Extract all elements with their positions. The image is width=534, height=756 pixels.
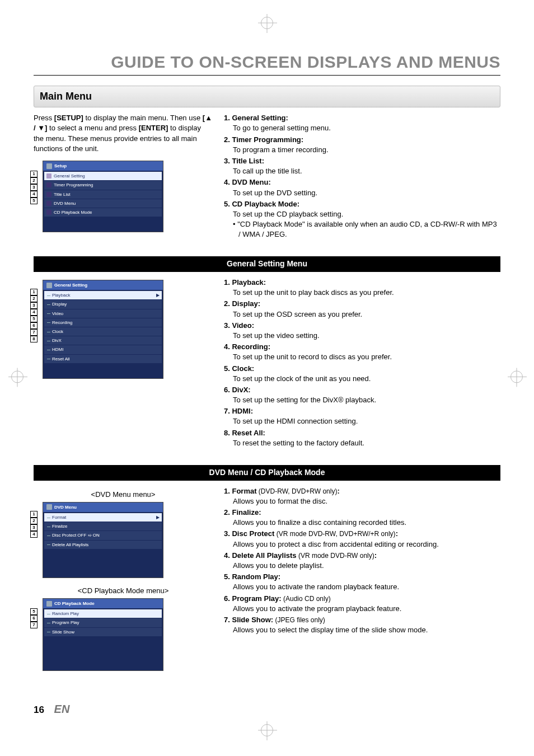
callout-num: 6 <box>30 615 38 622</box>
callout-num: 4 <box>30 531 38 538</box>
osd-item: Display <box>52 301 67 307</box>
def-num: 2. <box>224 299 230 308</box>
caption-dvd-menu: <DVD Menu menu> <box>34 490 213 500</box>
callout-num: 3 <box>30 524 38 531</box>
def-desc: Allows you to delete playlist. <box>233 561 500 571</box>
def-label: Video: <box>232 321 254 330</box>
page-language: EN <box>54 703 70 715</box>
chevron-right-icon: ▶ <box>156 514 160 520</box>
def-num: 1. <box>224 487 230 495</box>
def-extra: (Audio CD only) <box>282 595 331 603</box>
osd-screenshot-general-setting: 1 2 3 4 5 6 7 8 General Setting Playback… <box>43 280 213 379</box>
osd-item: Playback <box>52 292 70 298</box>
osd-title-text: DVD Menu <box>54 504 77 510</box>
osd-item: DVD Menu <box>54 200 76 206</box>
def-label: DVD Menu: <box>232 178 270 186</box>
def-desc: To go to general setting menu. <box>233 123 500 133</box>
def-label: Recording: <box>232 342 270 351</box>
osd-title-text: CD Playback Mode <box>54 600 95 607</box>
def-desc: To set up the unit to record to discs as… <box>233 352 500 362</box>
def-extra: (VR mode DVD-RW only) <box>297 552 374 560</box>
osd-screenshot-cd-playback: 5 6 7 CD Playback Mode Random Play Progr… <box>43 598 213 671</box>
def-num: 2. <box>224 508 230 516</box>
def-num: 6. <box>224 386 230 394</box>
def-num: 7. <box>224 616 230 624</box>
callout-num: 1 <box>30 289 38 295</box>
def-desc: To set up the setting for the DivX® play… <box>233 395 500 405</box>
callout-num: 7 <box>30 329 38 336</box>
row-icon <box>46 210 51 215</box>
def-num: 7. <box>224 407 230 415</box>
intro-text: to select a menu and press <box>47 124 138 132</box>
main-menu-definitions: 1. General Setting:To go to general sett… <box>224 113 500 241</box>
callout-num: 2 <box>30 177 38 184</box>
def-colon: : <box>396 529 398 538</box>
def-num: 1. <box>224 114 230 122</box>
def-extra: (DVD-RW, DVD+RW only) <box>257 487 338 495</box>
def-label: General Setting: <box>232 114 288 122</box>
def-label: Disc Protect <box>232 529 274 538</box>
def-desc: To reset the setting to the factory defa… <box>233 438 500 448</box>
subheader-general-setting: General Setting Menu <box>34 256 500 272</box>
callout-num: 1 <box>30 511 38 518</box>
callout-num: 7 <box>30 622 38 628</box>
osd-item: Delete All Playlists <box>52 542 88 548</box>
def-num: 3. <box>224 529 230 538</box>
osd-item: Clock <box>52 328 63 335</box>
dvd-cd-definitions: 1. Format (DVD-RW, DVD+RW only):Allows y… <box>224 486 500 637</box>
callout-num: 5 <box>30 198 38 204</box>
osd-item: Format <box>52 514 66 520</box>
def-num: 5. <box>224 364 230 373</box>
osd-item: Recording <box>52 320 72 326</box>
def-desc: To set up the unit to play back discs as… <box>233 288 500 298</box>
setup-icon <box>46 163 52 169</box>
callout-num: 5 <box>30 316 38 322</box>
page-title: GUIDE TO ON-SCREEN DISPLAYS AND MENUS <box>34 50 500 76</box>
def-extra: (JPEG files only) <box>273 616 325 624</box>
osd-item: Slide Show <box>52 629 74 635</box>
def-num: 4. <box>224 342 230 351</box>
osd-title-text: Setup <box>54 163 67 169</box>
def-label: Delete All Playlists <box>232 551 296 560</box>
callout-num: 8 <box>30 336 38 342</box>
callout-num: 6 <box>30 322 38 329</box>
callout-num: 1 <box>30 171 38 177</box>
osd-item: Random Play <box>52 611 79 617</box>
row-icon <box>46 201 51 206</box>
def-num: 5. <box>224 572 230 581</box>
def-desc: Allows you to activate the program playb… <box>233 604 500 614</box>
callout-num: 2 <box>30 518 38 524</box>
osd-item: DivX <box>52 337 62 344</box>
def-num: 5. <box>224 200 230 208</box>
subheader-dvd-cd: DVD Menu / CD Playback Mode <box>34 465 500 481</box>
def-label: Clock: <box>232 364 254 373</box>
general-setting-icon <box>46 283 52 288</box>
def-extra: (VR mode DVD-RW, DVD+RW/+R only) <box>274 530 395 538</box>
def-desc: Allows you to format the disc. <box>233 496 500 506</box>
osd-title-text: General Setting <box>54 282 87 288</box>
def-colon: : <box>374 551 377 560</box>
page-footer: 16 EN <box>34 701 500 717</box>
def-num: 3. <box>224 321 230 330</box>
intro-paragraph: Press [SETUP] to display the main menu. … <box>34 113 213 154</box>
def-desc: To program a timer recording. <box>233 145 500 155</box>
callout-numbers: 1 2 3 4 5 <box>30 171 38 204</box>
def-num: 1. <box>224 278 230 287</box>
setup-key: [SETUP] <box>54 114 83 122</box>
crop-mark-right <box>510 370 523 386</box>
caption-cd-playback: <CD Playback Mode menu> <box>34 586 213 596</box>
row-icon <box>46 192 51 197</box>
def-bullet: • "CD Playback Mode" is available only w… <box>233 219 500 240</box>
def-label: Timer Programming: <box>232 135 303 144</box>
dvd-menu-icon <box>46 504 52 510</box>
osd-item: General Setting <box>54 173 85 179</box>
def-label: HDMI: <box>232 407 253 415</box>
def-desc: Allows you to activate the random playba… <box>233 582 500 592</box>
def-label: Reset All: <box>232 429 265 437</box>
callout-num: 5 <box>30 608 38 615</box>
row-icon <box>46 182 51 187</box>
cd-playback-icon <box>46 601 52 607</box>
def-desc: Allows you to finalize a disc containing… <box>233 518 500 528</box>
def-label: DivX: <box>232 386 250 394</box>
enter-key: [ENTER] <box>139 124 168 132</box>
